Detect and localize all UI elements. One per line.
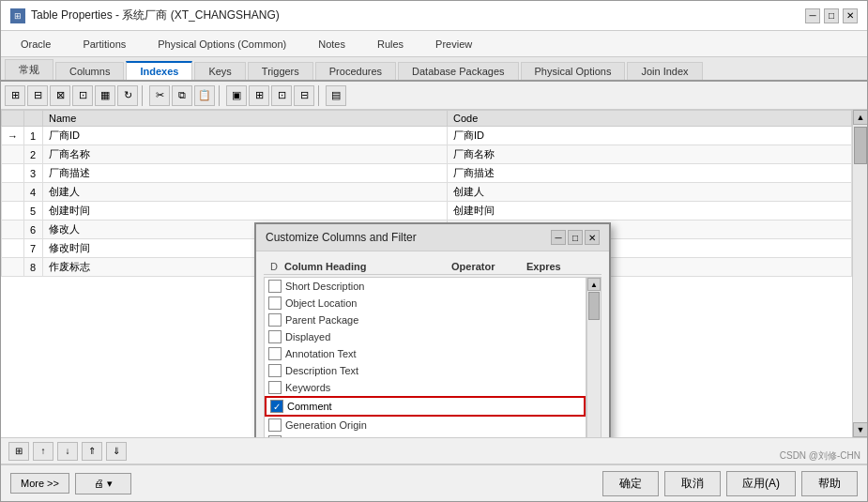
printer-button[interactable]: 🖨 ▾ bbox=[75, 473, 131, 494]
list-item-object-loc[interactable]: Object Location bbox=[265, 295, 586, 312]
scroll-up-btn[interactable]: ▲ bbox=[853, 110, 867, 125]
label-keywords: Keywords bbox=[285, 382, 330, 393]
bt-btn-5[interactable]: ⇓ bbox=[106, 442, 127, 461]
checkbox-annotation[interactable] bbox=[268, 347, 282, 360]
close-button[interactable]: ✕ bbox=[843, 8, 858, 23]
tab-changgui[interactable]: 常规 bbox=[5, 59, 53, 80]
col-heading-header: Column Heading bbox=[284, 261, 451, 272]
bt-btn-4[interactable]: ⇑ bbox=[82, 442, 102, 461]
label-stereotype: Stereotype bbox=[285, 436, 335, 437]
table-row[interactable]: → 1 厂商ID 厂商ID bbox=[2, 127, 852, 145]
checkbox-object-loc[interactable] bbox=[268, 297, 282, 310]
toolbar-btn-4[interactable]: ⊡ bbox=[72, 85, 93, 106]
checkbox-stereotype[interactable] bbox=[268, 435, 282, 437]
tab-preview[interactable]: Preview bbox=[419, 34, 488, 54]
list-item-parent-pkg[interactable]: Parent Package bbox=[265, 312, 586, 328]
apply-button[interactable]: 应用(A) bbox=[726, 471, 796, 496]
list-item-displayed[interactable]: Displayed bbox=[265, 328, 586, 345]
checkbox-parent-pkg[interactable] bbox=[268, 313, 282, 327]
list-item-comment[interactable]: ✓ Comment bbox=[265, 396, 586, 417]
dialog-close[interactable]: ✕ bbox=[585, 230, 600, 245]
tab-indexes[interactable]: Indexes bbox=[126, 61, 192, 80]
dialog-body: D Column Heading Operator Expres Short D… bbox=[256, 251, 609, 437]
label-gen-origin: Generation Origin bbox=[285, 419, 367, 431]
num-cell: 4 bbox=[24, 183, 43, 202]
toolbar-btn-9[interactable]: ⊡ bbox=[271, 85, 292, 106]
code-cell: 厂商描述 bbox=[448, 164, 852, 183]
toolbar-btn-8[interactable]: ⊞ bbox=[249, 85, 269, 106]
toolbar-btn-1[interactable]: ⊞ bbox=[5, 85, 25, 106]
dialog-list-container: Short Description Object Location Parent… bbox=[264, 277, 602, 437]
toolbar-btn-5[interactable]: ▦ bbox=[95, 85, 115, 106]
dialog-scroll-up[interactable]: ▲ bbox=[587, 278, 601, 291]
toolbar-btn-3[interactable]: ⊠ bbox=[50, 85, 70, 106]
tab-rules[interactable]: Rules bbox=[361, 34, 419, 54]
list-item-stereotype[interactable]: Stereotype bbox=[265, 434, 586, 437]
toolbar-paste[interactable]: 📋 bbox=[194, 85, 215, 106]
scroll-thumb[interactable] bbox=[854, 127, 867, 164]
col-expres-header: Expres bbox=[526, 261, 602, 272]
table-row[interactable]: 5 创建时间 创建时间 bbox=[2, 202, 852, 221]
col-header-arrow bbox=[2, 111, 24, 127]
checkbox-keywords[interactable] bbox=[268, 381, 282, 394]
checkbox-gen-origin[interactable] bbox=[268, 418, 282, 432]
table-row[interactable]: 4 创建人 创建人 bbox=[2, 183, 852, 202]
tab-keys[interactable]: Keys bbox=[194, 62, 245, 80]
toolbar-btn-11[interactable]: ▤ bbox=[326, 85, 346, 106]
tab-procedures[interactable]: Procedures bbox=[315, 62, 396, 80]
footer: More >> 🖨 ▾ 确定 取消 应用(A) 帮助 bbox=[1, 464, 867, 501]
dialog-list[interactable]: Short Description Object Location Parent… bbox=[264, 277, 586, 437]
label-comment: Comment bbox=[287, 401, 332, 412]
dialog-minimize[interactable]: ─ bbox=[551, 230, 566, 245]
toolbar-btn-10[interactable]: ⊟ bbox=[294, 85, 314, 106]
arrow-cell bbox=[2, 164, 24, 183]
main-scrollbar: ▲ ▼ bbox=[852, 110, 867, 437]
toolbar-cut[interactable]: ✂ bbox=[149, 85, 170, 106]
checkbox-comment[interactable]: ✓ bbox=[270, 400, 283, 413]
footer-left: More >> 🖨 ▾ bbox=[10, 473, 131, 494]
dialog-scroll-thumb[interactable] bbox=[588, 292, 600, 320]
tab-partitions[interactable]: Partitions bbox=[67, 34, 142, 54]
scroll-down-btn[interactable]: ▼ bbox=[853, 422, 867, 437]
toolbar-separator-3 bbox=[318, 85, 322, 106]
toolbar-btn-7[interactable]: ▣ bbox=[226, 85, 247, 106]
name-cell: 厂商名称 bbox=[43, 145, 448, 164]
tab-join-index[interactable]: Join Index bbox=[627, 62, 702, 80]
num-cell: 6 bbox=[24, 221, 43, 239]
checkbox-desc-text[interactable] bbox=[268, 364, 282, 377]
label-displayed: Displayed bbox=[285, 331, 330, 342]
toolbar-copy[interactable]: ⧉ bbox=[172, 85, 192, 106]
list-item-annotation[interactable]: Annotation Text bbox=[265, 345, 586, 362]
confirm-button[interactable]: 确定 bbox=[602, 471, 659, 496]
tab-physical-options-common[interactable]: Physical Options (Common) bbox=[142, 34, 302, 54]
tab-database-packages[interactable]: Database Packages bbox=[398, 62, 518, 80]
bt-btn-2[interactable]: ↑ bbox=[33, 442, 53, 461]
bottom-toolbar: ⊞ ↑ ↓ ⇑ ⇓ bbox=[1, 437, 867, 464]
more-button[interactable]: More >> bbox=[10, 473, 69, 494]
help-button[interactable]: 帮助 bbox=[801, 471, 858, 496]
list-item-desc-text[interactable]: Description Text bbox=[265, 362, 586, 379]
cancel-button[interactable]: 取消 bbox=[664, 471, 721, 496]
num-cell: 2 bbox=[24, 145, 43, 164]
table-row[interactable]: 3 厂商描述 厂商描述 bbox=[2, 164, 852, 183]
tab-oracle[interactable]: Oracle bbox=[5, 34, 67, 54]
bt-btn-1[interactable]: ⊞ bbox=[8, 442, 29, 461]
list-item-keywords[interactable]: Keywords bbox=[265, 379, 586, 396]
main-content: Name Code → 1 厂商ID 厂商ID 2 厂商名称 bbox=[1, 110, 867, 437]
tab-physical-options[interactable]: Physical Options bbox=[521, 62, 626, 80]
tab-triggers[interactable]: Triggers bbox=[248, 62, 313, 80]
toolbar-btn-6[interactable]: ↻ bbox=[117, 85, 138, 106]
toolbar-btn-2[interactable]: ⊟ bbox=[27, 85, 48, 106]
list-item-gen-origin[interactable]: Generation Origin bbox=[265, 417, 586, 434]
list-item-short-desc[interactable]: Short Description bbox=[265, 278, 586, 295]
table-row[interactable]: 2 厂商名称 厂商名称 bbox=[2, 145, 852, 164]
minimize-button[interactable]: ─ bbox=[805, 8, 820, 23]
checkbox-short-desc[interactable] bbox=[268, 280, 282, 293]
maximize-button[interactable]: □ bbox=[824, 8, 839, 23]
tab-columns[interactable]: Columns bbox=[55, 62, 124, 80]
dialog-maximize[interactable]: □ bbox=[568, 230, 583, 245]
tab-notes[interactable]: Notes bbox=[302, 34, 361, 54]
bt-btn-3[interactable]: ↓ bbox=[57, 442, 78, 461]
checkbox-displayed[interactable] bbox=[268, 330, 282, 343]
top-tab-bar: Oracle Partitions Physical Options (Comm… bbox=[1, 31, 867, 57]
